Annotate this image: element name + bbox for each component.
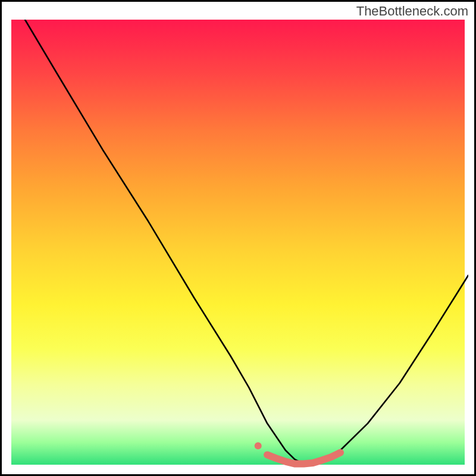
chart-container: TheBottleneck.com xyxy=(0,0,476,476)
bottleneck-curve xyxy=(25,20,468,464)
svg-point-0 xyxy=(255,442,262,449)
watermark-link[interactable]: TheBottleneck.com xyxy=(356,4,468,19)
optimal-marker xyxy=(255,442,340,464)
curve-layer xyxy=(11,20,468,468)
